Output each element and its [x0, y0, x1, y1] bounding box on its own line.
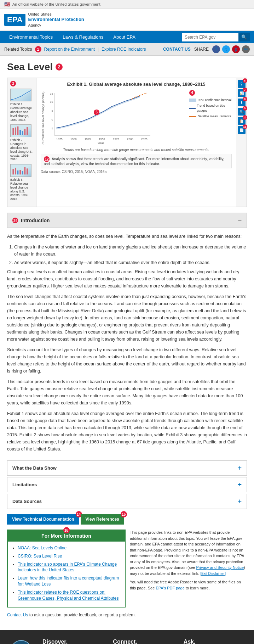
analysis-text: Analysis shows that these trends are sta…	[44, 157, 224, 166]
svg-text:1875: 1875	[56, 138, 63, 141]
exhibit-datasource: Data source: CSIRO, 2015; NOAA, 2016a	[41, 170, 232, 174]
gov-bar: 🇺🇸 An official website of the United Sta…	[0, 0, 254, 9]
tool-doc[interactable]: 11 📄	[238, 126, 246, 134]
for-more-info-badge: 16	[63, 527, 70, 533]
sidebar-badge-row: 3	[10, 81, 33, 86]
share-pinterest[interactable]: p	[232, 45, 240, 53]
for-more-info-item-5: This indicator relates to the ROE questi…	[18, 589, 121, 601]
footer-discover-heading: Discover.	[42, 639, 106, 644]
share-twitter[interactable]: t	[222, 45, 230, 53]
sub-nav-left: Related Topics 1 Report on the Environme…	[4, 46, 146, 52]
svg-rect-5	[24, 129, 25, 135]
site-footer: Discover. Accessibility EPA Administrato…	[0, 630, 254, 644]
page-title-badge: 2	[56, 63, 63, 71]
accordion-data-sources-toggle: +	[238, 498, 242, 505]
view-technical-btn[interactable]: 14 View Technical Documentation	[7, 514, 79, 525]
svg-text:1900: 1900	[70, 138, 77, 141]
view-references-btn[interactable]: 15 View References	[81, 514, 124, 525]
for-more-info-body: NOAA: Sea Levels Online CSIRO: Sea Level…	[8, 542, 125, 607]
tool-table[interactable]: 10 📋	[238, 117, 246, 125]
accordion-data-show-toggle: +	[238, 464, 242, 472]
footer-col-connect: Connect. Data.gov Inspector General Jobs…	[113, 639, 176, 644]
exhibit-main: Exhibit 1. Global average absolute sea l…	[36, 78, 236, 207]
exhibit-thumb-1[interactable]: Exhibit 1. Global average absolute sea l…	[10, 89, 33, 122]
share-facebook[interactable]: f	[212, 45, 220, 53]
svg-text:1925: 1925	[85, 138, 91, 141]
svg-rect-0	[12, 128, 14, 135]
right-toolbar: 6 ? 7 📊 8 ⬇ 9 🔍 10 📋 11 📄	[236, 78, 247, 207]
exhibit-thumb-3-img	[10, 164, 31, 177]
badge-4: 4	[189, 90, 195, 96]
disclaimer-text-2: You will need the free Adobe Reader to v…	[130, 579, 247, 591]
footer-col-discover: Discover. Accessibility EPA Administrato…	[42, 639, 106, 644]
flag-icon: 🇺🇸	[4, 1, 10, 7]
exhibit-thumb-2[interactable]: Exhibit 2. Changes in absolute sea level…	[10, 124, 33, 161]
report-env-link[interactable]: Report on the Environment	[44, 47, 95, 52]
epa-logo: EPA United States Environmental Protecti…	[4, 12, 84, 28]
exhibit-sidebar: 3 Exhibit 1. Global average absolute sea…	[7, 78, 36, 207]
nav-links: Environmental Topics Laws & Regulations …	[4, 31, 140, 43]
exhibit-thumb-2-label: Exhibit 2. Changes in absolute sea level…	[10, 138, 33, 161]
tool-download[interactable]: 8 ⬇	[238, 99, 246, 106]
explore-roe-link[interactable]: Explore ROE Indicators	[102, 47, 146, 52]
footer-logo-circle	[11, 640, 32, 644]
contact-row: Contact Us to ask a question, provide fe…	[7, 612, 247, 617]
accordion-data-show: What the Data Show +	[7, 460, 247, 476]
sub-nav: Related Topics 1 Report on the Environme…	[0, 43, 254, 56]
intro-toggle: −	[238, 217, 242, 224]
exhibit-thumb-1-label: Exhibit 1. Global average absolute sea l…	[10, 102, 33, 122]
intro-content: As the temperature of the Earth changes,…	[7, 229, 247, 460]
svg-rect-11	[22, 171, 23, 174]
for-more-info-item-1: NOAA: Sea Levels Online	[18, 545, 121, 551]
svg-text:1950: 1950	[99, 138, 105, 141]
svg-text:2025: 2025	[141, 138, 148, 141]
contact-us-bottom-link[interactable]: Contact Us	[7, 612, 28, 617]
footer-connect-heading: Connect.	[113, 639, 176, 644]
for-more-info-item-3: This indicator also appears in EPA's Cli…	[18, 561, 121, 573]
search-input[interactable]	[182, 33, 238, 41]
share-label: SHARE	[194, 47, 209, 52]
svg-text:Cumulative sea level change (i: Cumulative sea level change (inches)	[41, 92, 45, 145]
tool-help[interactable]: 6 ?	[238, 80, 246, 88]
nav-about-epa[interactable]: About EPA	[108, 31, 140, 43]
svg-rect-9	[17, 170, 19, 174]
accordion-data-sources-header[interactable]: Data Sources +	[7, 494, 247, 509]
intro-para-5: This indicator presents trends in sea le…	[7, 378, 247, 407]
tool-search[interactable]: 9 🔍	[238, 108, 246, 116]
accordion-data-sources-label: Data Sources	[12, 499, 42, 504]
intro-list-item-2: As water warms, it expands slightly—an e…	[14, 259, 247, 266]
related-topics-badge: 1	[35, 46, 41, 52]
accordion-data-show-label: What the Data Show	[12, 465, 57, 471]
share-email[interactable]: ✉	[242, 45, 250, 53]
for-more-info-item-2: CSIRO: Sea Level Rise	[18, 553, 121, 559]
tool-help-badge: 6	[243, 78, 247, 83]
sep: |	[98, 47, 99, 52]
tool-table-badge: 10	[243, 115, 247, 120]
disclaimer-box: This page provides links to non-EPA webs…	[130, 530, 247, 607]
search-button[interactable]: 🔍	[238, 33, 250, 41]
svg-rect-4	[22, 131, 23, 135]
tool-search-badge: 9	[243, 106, 247, 111]
search-bar: 🔍	[182, 33, 250, 41]
exhibit-thumb-3[interactable]: Exhibit 3. Relative sea level change alo…	[10, 164, 33, 201]
intro-para-3: The sea level changes that affect coasta…	[7, 293, 247, 343]
chart-legend: 95% confidence interval Trend based on t…	[189, 98, 232, 119]
contact-us-link[interactable]: CONTACT US	[163, 47, 191, 52]
exhibit-thumb-2-img	[10, 124, 31, 137]
epa-logo-icon: EPA	[4, 14, 25, 26]
svg-text:15: 15	[50, 92, 53, 95]
svg-rect-6	[27, 127, 28, 135]
exhibit-thumb-1-img	[10, 89, 31, 101]
nav-laws-regs[interactable]: Laws & Regulations	[58, 31, 108, 43]
buttons-row: 14 View Technical Documentation 15 View …	[7, 514, 247, 525]
page-content: Sea Level 2 3 Exhibit 1. Global average …	[0, 56, 254, 623]
svg-text:1975: 1975	[113, 138, 119, 141]
tool-chart[interactable]: 7 📊	[238, 89, 246, 97]
nav-env-topics[interactable]: Environmental Topics	[4, 31, 58, 43]
accordion-limitations-header[interactable]: Limitations +	[7, 477, 247, 492]
accordion-limitations-toggle: +	[238, 481, 242, 488]
sub-nav-right: CONTACT US SHARE f t p ✉	[163, 45, 250, 53]
footer-top: Discover. Accessibility EPA Administrato…	[7, 639, 247, 644]
intro-section-header[interactable]: 13 Introduction −	[7, 213, 247, 228]
accordion-data-show-header[interactable]: What the Data Show +	[7, 461, 247, 475]
